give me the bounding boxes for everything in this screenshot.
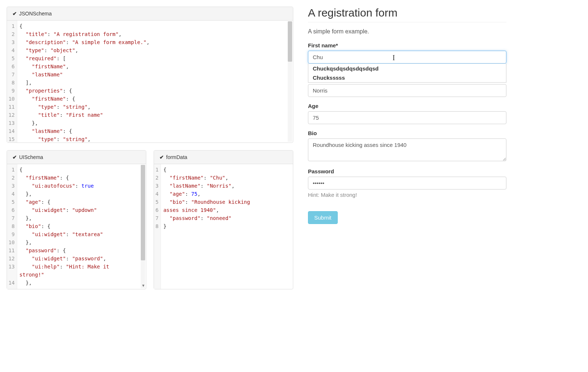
form-description: A simple form example.	[308, 28, 506, 35]
first-name-input[interactable]	[308, 51, 506, 64]
check-icon: ✔	[159, 154, 164, 160]
password-group: Password Hint: Make it strong!	[308, 168, 506, 198]
scrollbar-thumb[interactable]	[288, 21, 292, 62]
jsonschema-gutter: 1 2 3 4 5 6 7 8 9 10 11 12 13 14 15	[7, 21, 17, 142]
formdata-editor[interactable]: 1 2 3 4 5 6 7 8 { "firstName": "Chu", "l…	[154, 164, 293, 289]
autocomplete-item[interactable]: Chuckqsdqsdqsdqsdqsd	[308, 64, 506, 73]
formdata-gutter: 1 2 3 4 5 6 7 8	[154, 164, 161, 289]
password-input[interactable]	[308, 177, 506, 189]
age-group: Age	[308, 103, 506, 124]
first-name-group: First name* I Chuckqsdqsdqsdqsdqsd Chuck…	[308, 42, 506, 64]
jsonschema-editor[interactable]: 1 2 3 4 5 6 7 8 9 10 11 12 13 14 15 { "t…	[7, 21, 293, 142]
formdata-code[interactable]: { "firstName": "Chu", "lastName": "Norri…	[161, 164, 293, 289]
uischema-scrollbar[interactable]: ▼	[141, 165, 145, 288]
formdata-heading: ✔ formData	[154, 151, 293, 164]
last-name-group	[308, 84, 506, 97]
submit-button[interactable]: Submit	[308, 211, 338, 224]
jsonschema-title: JSONSchema	[19, 11, 52, 17]
password-help: Hint: Make it strong!	[308, 192, 506, 198]
age-input[interactable]	[308, 111, 506, 124]
title-rule	[308, 22, 506, 22]
age-label: Age	[308, 103, 506, 109]
autocomplete-dropdown: Chuckqsdqsdqsdqsdqsd Chucksssss	[308, 64, 506, 83]
jsonschema-scrollbar[interactable]	[288, 21, 292, 142]
jsonschema-panel: ✔ JSONSchema 1 2 3 4 5 6 7 8 9 10 11 12 …	[7, 7, 293, 143]
formdata-title: formData	[166, 154, 187, 160]
bio-label: Bio	[308, 130, 506, 136]
last-name-input[interactable]	[308, 84, 506, 97]
password-label: Password	[308, 168, 506, 174]
uischema-panel: ✔ UISchema 1 2 3 4 5 6 7 8 9 10 11 12 13…	[7, 150, 146, 289]
uischema-heading: ✔ UISchema	[7, 151, 146, 164]
jsonschema-heading: ✔ JSONSchema	[7, 7, 293, 21]
jsonschema-code[interactable]: { "title": "A registration form", "descr…	[17, 21, 293, 142]
bio-input[interactable]: Roundhouse kicking asses since 1940	[308, 138, 506, 161]
check-icon: ✔	[12, 154, 17, 160]
uischema-gutter: 1 2 3 4 5 6 7 8 9 10 11 12 13 14	[7, 164, 17, 289]
bio-group: Bio Roundhouse kicking asses since 1940	[308, 130, 506, 162]
formdata-panel: ✔ formData 1 2 3 4 5 6 7 8 { "firstName"…	[154, 150, 293, 289]
uischema-code[interactable]: { "firstName": { "ui:autofocus": true },…	[17, 164, 146, 289]
uischema-editor[interactable]: 1 2 3 4 5 6 7 8 9 10 11 12 13 14 { "firs…	[7, 164, 146, 289]
first-name-label: First name*	[308, 42, 506, 48]
form-title: A registration form	[308, 7, 506, 19]
check-icon: ✔	[12, 11, 17, 17]
autocomplete-item[interactable]: Chucksssss	[308, 73, 506, 82]
uischema-title: UISchema	[19, 154, 43, 160]
scrollbar-thumb[interactable]	[141, 165, 145, 260]
scrollbar-down-icon[interactable]: ▼	[141, 283, 145, 288]
